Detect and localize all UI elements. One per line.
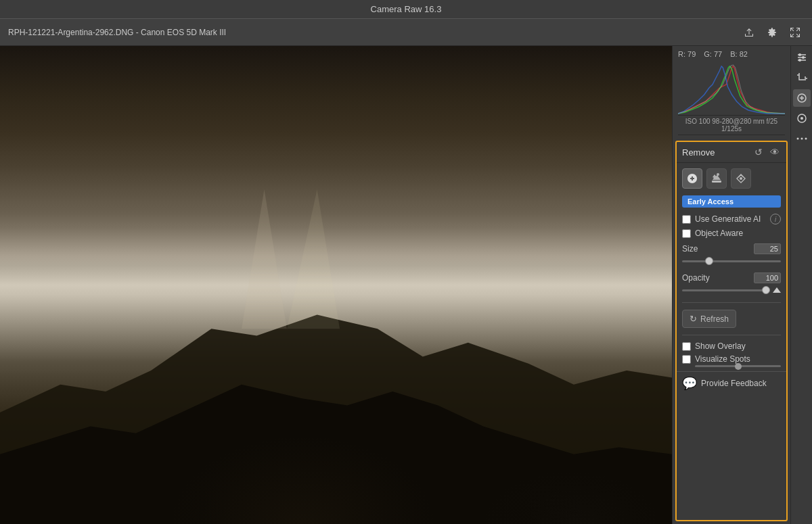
b-value: B: 82 bbox=[730, 50, 748, 58]
svg-rect-4 bbox=[712, 181, 721, 183]
g-value: G: 77 bbox=[704, 50, 722, 58]
panel-divider-1 bbox=[682, 302, 781, 303]
remove-header-icons: ↺ 👁 bbox=[752, 146, 781, 158]
visibility-icon[interactable]: 👁 bbox=[769, 146, 781, 158]
top-bar-actions bbox=[740, 24, 804, 41]
size-slider[interactable] bbox=[682, 260, 781, 262]
fullscreen-button[interactable] bbox=[786, 24, 804, 41]
size-value-input[interactable] bbox=[754, 243, 781, 254]
rgb-values: R: 79 G: 77 B: 82 bbox=[678, 50, 785, 58]
title-bar: Camera Raw 16.3 bbox=[0, 0, 812, 19]
opacity-slider-header: Opacity bbox=[682, 272, 781, 283]
opacity-label: Opacity bbox=[682, 273, 710, 283]
main-content: R: 79 G: 77 B: 82 ISO 100 98-280@280 mm … bbox=[0, 46, 812, 524]
show-overlay-row: Show Overlay bbox=[677, 339, 786, 353]
size-label: Size bbox=[682, 244, 698, 254]
tool-buttons-group bbox=[677, 163, 786, 193]
svg-marker-0 bbox=[0, 315, 672, 524]
size-slider-track bbox=[682, 256, 781, 266]
opacity-slider-row: Opacity bbox=[677, 269, 786, 298]
camera-info: ISO 100 98-280@280 mm f/25 1/125s bbox=[678, 115, 785, 135]
svg-point-7 bbox=[802, 56, 805, 59]
generative-ai-info-icon[interactable]: i bbox=[770, 214, 781, 224]
visualize-spots-slider[interactable] bbox=[695, 365, 781, 367]
early-access-badge: Early Access bbox=[682, 195, 781, 208]
svg-point-5 bbox=[740, 177, 742, 180]
visualize-spots-row: Visualize Spots bbox=[677, 353, 786, 368]
adjustments-tool-icon[interactable] bbox=[793, 49, 811, 66]
more-options-icon[interactable] bbox=[793, 130, 811, 147]
feedback-label: Provide Feedback bbox=[701, 379, 767, 388]
svg-point-11 bbox=[800, 117, 803, 120]
opacity-slider-track bbox=[682, 285, 781, 295]
refresh-label: Refresh bbox=[700, 314, 729, 324]
patch-tool-button[interactable] bbox=[731, 168, 751, 189]
object-aware-label[interactable]: Object Aware bbox=[695, 229, 743, 238]
svg-point-12 bbox=[796, 138, 798, 140]
use-generative-ai-label[interactable]: Use Generative AI bbox=[695, 214, 761, 224]
svg-marker-2 bbox=[242, 189, 287, 329]
histogram-area: R: 79 G: 77 B: 82 ISO 100 98-280@280 mm … bbox=[673, 46, 790, 138]
svg-marker-1 bbox=[0, 385, 672, 524]
use-generative-ai-checkbox[interactable] bbox=[682, 215, 691, 224]
opacity-max-triangle bbox=[773, 287, 781, 293]
r-value: R: 79 bbox=[678, 50, 696, 58]
size-slider-row: Size bbox=[677, 240, 786, 269]
svg-point-6 bbox=[798, 53, 801, 56]
use-generative-ai-row: Use Generative AI i bbox=[677, 212, 786, 227]
provide-feedback-button[interactable]: 💬 Provide Feedback bbox=[677, 371, 786, 395]
opacity-value-input[interactable] bbox=[754, 272, 781, 283]
photo-canvas[interactable] bbox=[0, 46, 672, 524]
object-aware-row: Object Aware bbox=[677, 227, 786, 240]
crop-tool-icon[interactable] bbox=[793, 69, 811, 87]
opacity-slider[interactable] bbox=[682, 289, 770, 291]
histogram-chart bbox=[678, 61, 785, 115]
show-overlay-checkbox[interactable] bbox=[682, 342, 691, 351]
undo-icon[interactable]: ↺ bbox=[752, 146, 765, 158]
heal-brush-button[interactable] bbox=[682, 168, 702, 189]
settings-button[interactable] bbox=[763, 24, 781, 41]
canvas-area bbox=[0, 46, 672, 524]
export-button[interactable] bbox=[740, 24, 758, 41]
svg-point-14 bbox=[805, 138, 807, 140]
svg-marker-3 bbox=[287, 189, 340, 329]
clone-stamp-button[interactable] bbox=[706, 168, 727, 189]
size-slider-header: Size bbox=[682, 243, 781, 254]
refresh-button[interactable]: ↻ Refresh bbox=[682, 310, 736, 328]
feedback-icon: 💬 bbox=[682, 376, 697, 391]
panel-divider-2 bbox=[682, 335, 781, 335]
masking-tool-icon[interactable] bbox=[793, 110, 811, 127]
svg-point-13 bbox=[800, 138, 803, 140]
top-bar: RPH-121221-Argentina-2962.DNG - Canon EO… bbox=[0, 19, 812, 46]
visualize-spots-checkbox[interactable] bbox=[682, 355, 691, 364]
remove-panel: Remove ↺ 👁 bbox=[675, 141, 788, 521]
remove-panel-title: Remove bbox=[682, 147, 715, 158]
app-title: Camera Raw 16.3 bbox=[371, 4, 442, 14]
svg-point-8 bbox=[798, 59, 801, 62]
right-panel: R: 79 G: 77 B: 82 ISO 100 98-280@280 mm … bbox=[672, 46, 790, 524]
file-info: RPH-121221-Argentina-2962.DNG - Canon EO… bbox=[8, 28, 226, 37]
object-aware-checkbox[interactable] bbox=[682, 229, 691, 238]
tool-sidebar bbox=[790, 46, 812, 524]
show-overlay-label[interactable]: Show Overlay bbox=[695, 341, 746, 351]
remove-panel-header: Remove ↺ 👁 bbox=[677, 142, 786, 163]
remove-tool-icon[interactable] bbox=[793, 89, 811, 107]
refresh-icon: ↻ bbox=[690, 314, 697, 324]
